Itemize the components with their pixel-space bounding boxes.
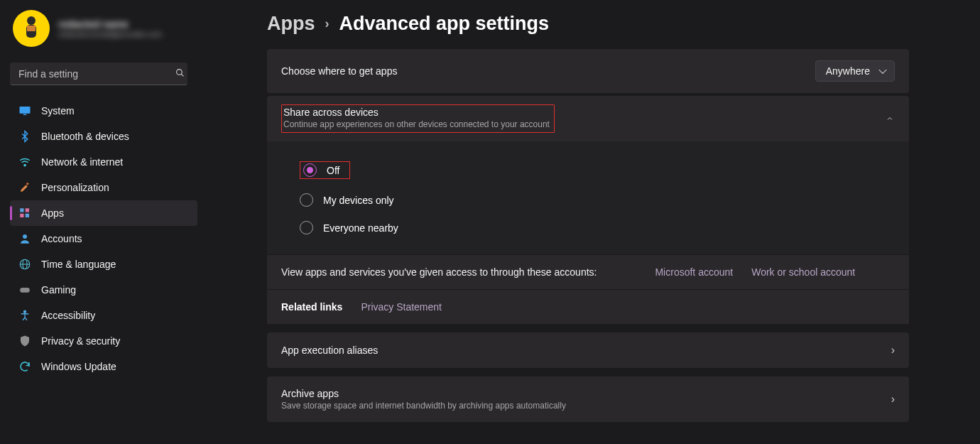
row-archive-apps[interactable]: Archive apps Save storage space and inte… <box>267 377 909 422</box>
chevron-right-icon: › <box>891 344 895 357</box>
shield-icon <box>18 335 31 347</box>
page-title: Advanced app settings <box>339 13 550 35</box>
row-app-execution-aliases[interactable]: App execution aliases › <box>267 332 909 368</box>
share-devices-expander: Share across devices Continue app experi… <box>267 96 909 324</box>
sidebar-item-label: Time & language <box>41 259 116 270</box>
gamepad-icon <box>18 283 31 296</box>
share-title: Share across devices <box>283 107 550 118</box>
paintbrush-icon <box>18 181 31 194</box>
sidebar-nav: System Bluetooth & devices Network & int… <box>10 98 197 379</box>
highlight-box: Share across devices Continue app experi… <box>281 104 555 133</box>
avatar <box>13 10 50 47</box>
accounts-lead: View apps and services you've given acce… <box>281 266 597 278</box>
svg-line-4 <box>181 74 183 76</box>
radio-label: Everyone nearby <box>323 222 398 234</box>
sidebar-item-system[interactable]: System <box>10 98 197 124</box>
related-links-row: Related links Privacy Statement <box>267 289 909 324</box>
sidebar-item-label: Apps <box>41 207 64 219</box>
chevron-up-icon <box>885 114 895 124</box>
bluetooth-icon <box>18 130 31 143</box>
svg-point-7 <box>24 164 26 166</box>
svg-rect-6 <box>23 114 27 116</box>
svg-point-3 <box>177 70 183 75</box>
dropdown-value: Anywhere <box>826 65 870 77</box>
person-icon <box>18 232 31 245</box>
svg-rect-10 <box>26 208 29 212</box>
share-options: Off My devices only Everyone nearby <box>267 141 909 254</box>
radio-label: Off <box>327 165 339 176</box>
link-microsoft-account[interactable]: Microsoft account <box>655 266 733 278</box>
choose-apps-panel: Choose where to get apps Anywhere <box>267 49 909 93</box>
share-devices-header[interactable]: Share across devices Continue app experi… <box>267 96 909 141</box>
svg-rect-8 <box>26 183 29 185</box>
link-privacy-statement[interactable]: Privacy Statement <box>361 301 442 313</box>
svg-rect-2 <box>27 26 36 31</box>
sidebar-item-bluetooth[interactable]: Bluetooth & devices <box>10 124 197 149</box>
sidebar-item-privacy[interactable]: Privacy & security <box>10 328 197 354</box>
sidebar-item-personalization[interactable]: Personalization <box>10 175 197 200</box>
sidebar-item-label: Gaming <box>41 284 76 296</box>
search-input[interactable] <box>10 63 187 85</box>
chevron-right-icon: › <box>325 16 330 31</box>
highlight-box: Off <box>300 161 350 179</box>
apps-icon <box>18 207 31 220</box>
choose-apps-dropdown[interactable]: Anywhere <box>815 60 895 82</box>
sidebar-item-label: Windows Update <box>41 361 116 372</box>
svg-rect-5 <box>20 107 31 114</box>
globe-icon <box>18 258 31 271</box>
profile-email: redacted.email@provider.com <box>58 30 162 38</box>
sidebar-item-label: Personalization <box>41 182 109 193</box>
accessibility-icon <box>18 309 31 322</box>
wifi-icon <box>18 156 31 168</box>
accounts-access-row: View apps and services you've given acce… <box>267 254 909 289</box>
search-container <box>10 63 195 85</box>
sidebar-item-time-language[interactable]: Time & language <box>10 251 197 277</box>
link-work-school-account[interactable]: Work or school account <box>751 266 855 278</box>
svg-rect-12 <box>26 214 29 217</box>
search-icon <box>175 68 185 80</box>
sidebar-item-apps[interactable]: Apps <box>10 200 197 226</box>
svg-rect-9 <box>20 208 23 212</box>
sidebar-item-gaming[interactable]: Gaming <box>10 277 197 303</box>
sidebar-item-label: Accessibility <box>41 310 95 321</box>
profile-name: redacted name <box>58 18 162 30</box>
sidebar-item-accessibility[interactable]: Accessibility <box>10 303 197 328</box>
monitor-icon <box>18 104 31 117</box>
main-content: Apps › Advanced app settings Choose wher… <box>206 0 980 444</box>
sidebar-item-windows-update[interactable]: Windows Update <box>10 354 197 379</box>
sidebar-item-accounts[interactable]: Accounts <box>10 226 197 251</box>
choose-apps-label: Choose where to get apps <box>281 65 397 77</box>
svg-rect-11 <box>20 214 23 217</box>
radio-label: My devices only <box>323 195 394 206</box>
share-subtitle: Continue app experiences on other device… <box>283 119 550 129</box>
sidebar-item-label: Accounts <box>41 233 82 244</box>
svg-point-0 <box>27 16 36 25</box>
svg-point-18 <box>24 310 26 313</box>
row-subtitle: Save storage space and internet bandwidt… <box>281 401 566 411</box>
radio-everyone-nearby[interactable] <box>300 221 313 234</box>
svg-point-13 <box>23 234 27 239</box>
breadcrumb: Apps › Advanced app settings <box>267 13 909 35</box>
svg-rect-17 <box>20 288 30 293</box>
radio-my-devices[interactable] <box>300 193 313 207</box>
sidebar-item-network[interactable]: Network & internet <box>10 149 197 175</box>
sidebar: redacted name redacted.email@provider.co… <box>0 0 206 444</box>
sidebar-item-label: System <box>41 105 75 117</box>
sidebar-item-label: Network & internet <box>41 156 123 168</box>
radio-off[interactable] <box>303 163 317 177</box>
row-title: Archive apps <box>281 388 566 399</box>
row-title: App execution aliases <box>281 345 378 356</box>
sidebar-item-label: Privacy & security <box>41 335 120 347</box>
breadcrumb-parent[interactable]: Apps <box>267 13 315 35</box>
related-lead: Related links <box>281 301 342 313</box>
profile-block[interactable]: redacted name redacted.email@provider.co… <box>10 10 197 53</box>
chevron-right-icon: › <box>891 393 895 406</box>
sidebar-item-label: Bluetooth & devices <box>41 131 129 142</box>
update-icon <box>18 360 31 373</box>
